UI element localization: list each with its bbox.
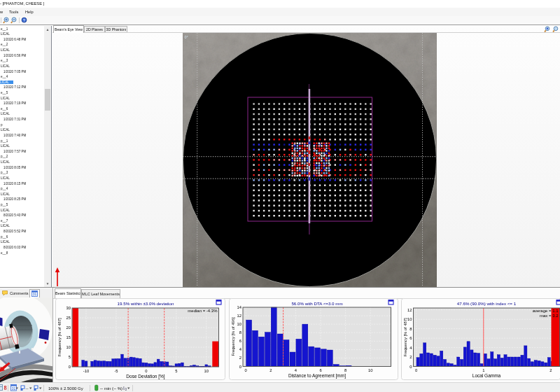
svg-text:0: 0: [125, 388, 127, 391]
svg-text:2: 2: [270, 368, 272, 372]
svg-text:31: 31: [33, 292, 37, 296]
svg-text:12: 12: [407, 308, 412, 312]
svg-text:-- min (-- %): -- min (-- %): [100, 386, 122, 391]
svg-text:0: 0: [145, 369, 147, 373]
svg-text:Frequency [% of 487]: Frequency [% of 487]: [403, 318, 407, 356]
svg-text:10: 10: [368, 368, 372, 372]
svg-text:14: 14: [237, 305, 242, 309]
svg-text:19.5% within ±3.0% deviation: 19.5% within ±3.0% deviation: [118, 301, 174, 306]
svg-text:10: 10: [66, 345, 71, 349]
svg-text:Dose Deviation [%]: Dose Deviation [%]: [126, 374, 164, 379]
svg-text:Distance to Agreement [mm]: Distance to Agreement [mm]: [288, 373, 346, 379]
svg-text:-5: -5: [114, 369, 118, 373]
svg-text:2: 2: [239, 356, 241, 360]
svg-text:8: 8: [410, 327, 412, 331]
svg-text:31: 31: [12, 386, 16, 391]
svg-text:6: 6: [239, 339, 241, 343]
svg-text:Frequency [% of 487]: Frequency [% of 487]: [57, 318, 62, 356]
svg-text:--: --: [26, 386, 29, 391]
svg-text:max = 3.2: max = 3.2: [540, 314, 559, 318]
svg-text:1: 1: [482, 368, 484, 372]
svg-text:Local Gamma: Local Gamma: [472, 373, 501, 378]
svg-text:0: 0: [245, 368, 247, 372]
svg-text:20: 20: [66, 326, 71, 330]
svg-text:10: 10: [204, 369, 209, 373]
svg-text:0: 0: [69, 365, 71, 369]
svg-text:12: 12: [237, 314, 241, 318]
svg-text:25: 25: [66, 316, 71, 320]
svg-text:0°: 0°: [185, 35, 188, 39]
svg-text:8: 8: [239, 330, 241, 335]
svg-text:2: 2: [550, 368, 552, 372]
svg-text:30: 30: [66, 306, 71, 310]
svg-text:Frequency [% of 496]: Frequency [% of 496]: [231, 317, 235, 356]
svg-text:47.6% (90.0%) with index <= 1: 47.6% (90.0%) with index <= 1: [457, 301, 517, 306]
svg-text:0: 0: [410, 365, 412, 369]
svg-text:6: 6: [410, 336, 412, 340]
svg-text:0: 0: [239, 365, 241, 369]
svg-text:median = -4.3%: median = -4.3%: [188, 309, 218, 313]
svg-text:8: 8: [4, 385, 7, 391]
svg-text:-10: -10: [83, 369, 89, 373]
svg-text:56.0% with DTA <=3.0 mm: 56.0% with DTA <=3.0 mm: [291, 301, 342, 306]
svg-text:5: 5: [69, 355, 71, 359]
svg-text:0: 0: [415, 368, 417, 372]
svg-text:10: 10: [407, 317, 412, 321]
svg-text:average = 1.1: average = 1.1: [533, 309, 559, 313]
svg-text:8: 8: [344, 368, 346, 372]
svg-text:5: 5: [175, 369, 177, 373]
svg-text:6: 6: [319, 368, 321, 372]
svg-text:100% ± 2.5000 Gy: 100% ± 2.5000 Gy: [48, 386, 83, 391]
svg-text:2: 2: [410, 355, 412, 359]
svg-text:10: 10: [237, 322, 241, 326]
svg-text:15: 15: [66, 335, 71, 340]
